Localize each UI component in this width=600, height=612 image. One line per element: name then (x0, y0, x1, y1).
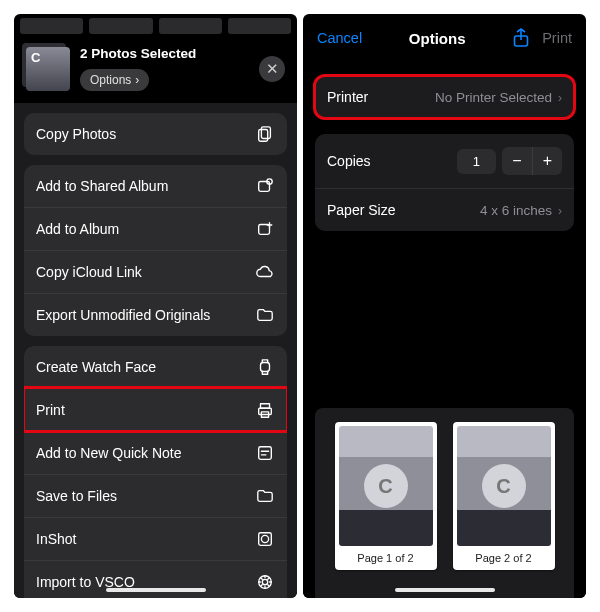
copies-label: Copies (327, 153, 371, 169)
action-vsco[interactable]: Import to VSCO (24, 560, 287, 598)
actions-scroll[interactable]: Copy PhotosAdd to Shared AlbumAdd to Alb… (14, 103, 297, 598)
tab-thumb (159, 18, 222, 34)
page-caption: Page 1 of 2 (339, 546, 433, 566)
home-indicator[interactable] (395, 588, 495, 592)
action-add-album[interactable]: Add to Album (24, 207, 287, 250)
close-button[interactable]: ✕ (259, 56, 285, 82)
svg-rect-0 (261, 127, 270, 139)
chevron-right-icon: › (558, 91, 562, 105)
folder-icon (255, 306, 275, 324)
printer-label: Printer (327, 89, 368, 105)
page-image: C (339, 426, 433, 546)
action-label: Print (36, 402, 65, 418)
print-button: Print (542, 30, 572, 46)
print-icon (255, 401, 275, 419)
stepper-plus[interactable]: + (532, 147, 562, 175)
action-label: Save to Files (36, 488, 117, 504)
action-watch-face[interactable]: Create Watch Face (24, 346, 287, 388)
svg-point-13 (262, 579, 267, 584)
paper-size-row[interactable]: Paper Size 4 x 6 inches› (315, 188, 574, 231)
paper-label: Paper Size (327, 202, 395, 218)
options-header: Cancel Options Print (303, 14, 586, 60)
action-label: Copy iCloud Link (36, 264, 142, 280)
chevron-right-icon: › (135, 73, 139, 87)
page-thumbnail[interactable]: CPage 1 of 2 (335, 422, 437, 570)
printer-row[interactable]: Printer No Printer Selected› (315, 76, 574, 118)
settings-group: Copies 1 − + Paper Size 4 x 6 inches› (315, 134, 574, 231)
stepper-minus[interactable]: − (502, 147, 532, 175)
printer-group: Printer No Printer Selected› (315, 76, 574, 118)
tab-thumb (228, 18, 291, 34)
selection-thumbnail: C (26, 47, 70, 91)
action-print[interactable]: Print (24, 388, 287, 431)
action-label: Export Unmodified Originals (36, 307, 210, 323)
svg-point-11 (261, 535, 268, 542)
action-label: Add to Album (36, 221, 119, 237)
action-inshot[interactable]: InShot (24, 517, 287, 560)
tab-thumb (89, 18, 152, 34)
page-caption: Page 2 of 2 (457, 546, 551, 566)
share-header: C 2 Photos Selected Options › ✕ (14, 36, 297, 103)
tab-thumb (20, 18, 83, 34)
share-title: 2 Photos Selected (80, 46, 196, 61)
watch-icon (255, 358, 275, 376)
options-chip-label: Options (90, 73, 131, 87)
thumb-letter: C (31, 50, 40, 65)
action-label: Add to Shared Album (36, 178, 168, 194)
action-save-files[interactable]: Save to Files (24, 474, 287, 517)
options-body: Printer No Printer Selected› Copies 1 − … (303, 60, 586, 598)
paper-value: 4 x 6 inches (480, 203, 552, 218)
print-preview: CPage 1 of 2CPage 2 of 2 (315, 408, 574, 598)
svg-rect-5 (261, 363, 270, 372)
share-icon[interactable] (512, 28, 530, 48)
home-indicator[interactable] (106, 588, 206, 592)
action-label: Add to New Quick Note (36, 445, 182, 461)
app-switcher-tabs (14, 14, 297, 36)
album-plus-icon (255, 220, 275, 238)
cancel-button[interactable]: Cancel (317, 30, 362, 46)
action-quick-note[interactable]: Add to New Quick Note (24, 431, 287, 474)
action-copy-photos[interactable]: Copy Photos (24, 113, 287, 155)
copies-stepper: 1 − + (457, 147, 562, 175)
folder-icon (255, 487, 275, 505)
action-label: InShot (36, 531, 76, 547)
page-image: C (457, 426, 551, 546)
svg-rect-10 (259, 533, 272, 546)
thumb-letter: C (482, 464, 526, 508)
action-group: Add to Shared AlbumAdd to AlbumCopy iClo… (24, 165, 287, 336)
shared-album-icon (255, 177, 275, 195)
vsco-icon (255, 573, 275, 591)
printer-value: No Printer Selected (435, 90, 552, 105)
svg-rect-1 (259, 130, 268, 142)
close-icon: ✕ (266, 60, 279, 78)
print-options-screen: Cancel Options Print Printer No Printer … (303, 14, 586, 598)
action-label: Create Watch Face (36, 359, 156, 375)
page-title: Options (409, 30, 466, 47)
action-copy-icloud[interactable]: Copy iCloud Link (24, 250, 287, 293)
action-add-shared-album[interactable]: Add to Shared Album (24, 165, 287, 207)
copies-row: Copies 1 − + (315, 134, 574, 188)
svg-rect-4 (259, 225, 270, 235)
note-icon (255, 444, 275, 462)
thumb-letter: C (364, 464, 408, 508)
svg-rect-9 (259, 447, 272, 460)
action-export-originals[interactable]: Export Unmodified Originals (24, 293, 287, 336)
page-thumbnail[interactable]: CPage 2 of 2 (453, 422, 555, 570)
cloud-icon (255, 263, 275, 281)
action-label: Copy Photos (36, 126, 116, 142)
chevron-right-icon: › (558, 204, 562, 218)
options-chip[interactable]: Options › (80, 69, 149, 91)
inshot-icon (255, 530, 275, 548)
share-sheet-screen: C 2 Photos Selected Options › ✕ Copy Pho… (14, 14, 297, 598)
copy-icon (255, 125, 275, 143)
action-group: Create Watch FacePrintAdd to New Quick N… (24, 346, 287, 598)
action-group: Copy Photos (24, 113, 287, 155)
copies-value[interactable]: 1 (457, 149, 496, 174)
